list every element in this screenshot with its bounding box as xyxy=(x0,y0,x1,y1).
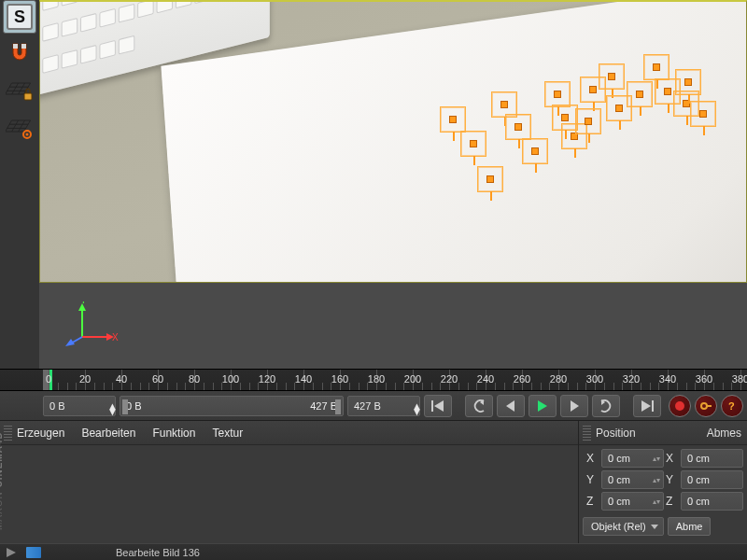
status-message: Bearbeite Bild 136 xyxy=(116,547,200,558)
tool-strip: S xyxy=(0,0,39,369)
range-handle-right[interactable] xyxy=(335,399,341,414)
tracker-marker[interactable] xyxy=(675,69,701,95)
tracker-marker[interactable] xyxy=(690,101,716,127)
scale-tool-label: S xyxy=(7,4,33,30)
ruler-tick-label: 100 xyxy=(222,373,239,385)
prev-frame-button[interactable] xyxy=(497,395,525,417)
ruler-tick-label: 120 xyxy=(259,373,275,385)
frame-range-slider[interactable]: 0 B 427 B xyxy=(120,396,344,416)
status-flag-icon xyxy=(6,547,17,558)
coord-mode-label: Objekt (Rel) xyxy=(591,521,646,532)
ruler-tick-label: 200 xyxy=(404,373,421,385)
menu-texture[interactable]: Textur xyxy=(212,427,243,440)
timeline-ruler[interactable]: 0204060801001201401601802002202402602803… xyxy=(0,369,747,391)
menu-edit[interactable]: Bearbeiten xyxy=(81,427,135,440)
ruler-tick-label: 60 xyxy=(152,373,163,385)
play-button[interactable] xyxy=(529,395,557,417)
tracker-marker[interactable] xyxy=(477,166,503,192)
svg-line-12 xyxy=(19,120,25,132)
object-menu-bar: Erzeugen Bearbeiten Funktion Textur xyxy=(0,421,578,445)
svg-marker-24 xyxy=(434,400,444,412)
scale-tool-button[interactable]: S xyxy=(3,0,36,34)
ruler-tick-label: 0 xyxy=(46,373,51,385)
axis-label-y: Y xyxy=(586,473,599,486)
size-z-field[interactable]: 0 cm xyxy=(681,492,743,511)
svg-text:X: X xyxy=(112,332,119,343)
goto-first-frame-button[interactable] xyxy=(424,395,452,417)
position-y-field[interactable]: 0 cm▴▾ xyxy=(601,470,664,489)
svg-point-33 xyxy=(701,403,707,409)
svg-rect-7 xyxy=(24,93,32,100)
svg-marker-30 xyxy=(641,400,651,412)
svg-line-5 xyxy=(12,83,19,94)
position-x-value: 0 cm xyxy=(608,453,630,464)
key-icon xyxy=(699,399,712,413)
transport-bar: 0 B▲▼ 0 B 427 B 427 B▲▼ ? xyxy=(0,391,747,421)
viewport[interactable] xyxy=(39,0,747,283)
panel-grip-icon[interactable] xyxy=(583,426,591,441)
coordinates-header: Position Abmes xyxy=(579,421,747,445)
size-mode-label: Abme xyxy=(676,521,703,532)
size-axis-label-z: Z xyxy=(666,495,679,508)
position-z-field[interactable]: 0 cm▴▾ xyxy=(601,492,664,511)
svg-marker-36 xyxy=(7,548,16,557)
size-mode-button[interactable]: Abme xyxy=(668,517,712,536)
range-left-label: 0 B xyxy=(126,400,142,412)
menu-function[interactable]: Funktion xyxy=(152,427,195,440)
ruler-tick-label: 340 xyxy=(659,373,676,385)
frame-start-value: 0 B xyxy=(49,400,65,412)
workplane-snap-button[interactable] xyxy=(3,112,36,146)
range-handle-left[interactable] xyxy=(122,399,128,414)
ruler-tick-label: 280 xyxy=(550,373,567,385)
menu-create[interactable]: Erzeugen xyxy=(17,427,64,440)
object-panel-body[interactable] xyxy=(0,445,578,543)
svg-text:?: ? xyxy=(728,400,735,412)
tracker-marker[interactable] xyxy=(460,131,486,157)
svg-marker-27 xyxy=(538,400,547,412)
tracker-marker[interactable] xyxy=(440,106,466,133)
workplane-lock-button[interactable] xyxy=(3,75,36,108)
svg-point-14 xyxy=(26,133,29,136)
size-x-field[interactable]: 0 cm xyxy=(681,449,743,468)
step-back-button[interactable] xyxy=(465,395,493,417)
tracker-marker[interactable] xyxy=(575,108,601,134)
svg-line-11 xyxy=(12,120,19,132)
svg-line-6 xyxy=(19,83,25,94)
record-key-button[interactable] xyxy=(669,395,691,417)
position-x-field[interactable]: 0 cm▴▾ xyxy=(601,449,664,468)
status-chip xyxy=(26,547,41,558)
record-icon xyxy=(673,399,686,413)
tracker-marker[interactable] xyxy=(544,81,571,107)
ruler-tick-label: 220 xyxy=(441,373,458,385)
axis-label-z: Z xyxy=(586,495,599,508)
axis-gizmo: Y X xyxy=(65,301,121,348)
snap-magnet-button[interactable] xyxy=(3,37,36,71)
tracker-marker[interactable] xyxy=(643,54,669,80)
ruler-tick-label: 380 xyxy=(732,373,747,385)
ruler-tick-label: 360 xyxy=(696,373,712,385)
next-frame-button[interactable] xyxy=(560,395,588,417)
svg-marker-28 xyxy=(571,400,579,412)
goto-last-frame-button[interactable] xyxy=(633,395,661,417)
svg-marker-26 xyxy=(506,400,514,412)
svg-point-32 xyxy=(675,401,684,411)
ruler-tick-label: 40 xyxy=(116,373,127,385)
ruler-tick-label: 140 xyxy=(295,373,312,385)
tracker-marker[interactable] xyxy=(522,138,548,164)
ruler-tick-label: 260 xyxy=(514,373,530,385)
size-y-field[interactable]: 0 cm xyxy=(681,470,743,489)
frame-start-field[interactable]: 0 B▲▼ xyxy=(43,396,116,416)
svg-rect-0 xyxy=(13,44,18,49)
tracker-marker[interactable] xyxy=(599,63,625,90)
help-button[interactable]: ? xyxy=(721,395,743,417)
frame-end-field[interactable]: 427 B▲▼ xyxy=(347,396,420,416)
step-forward-button[interactable] xyxy=(592,395,620,417)
axis-label-x: X xyxy=(586,452,599,465)
tracker-marker[interactable] xyxy=(505,114,531,140)
svg-text:Y: Y xyxy=(80,301,87,305)
size-z-value: 0 cm xyxy=(687,496,710,507)
panel-grip-icon[interactable] xyxy=(4,426,12,441)
coord-mode-dropdown[interactable]: Objekt (Rel) xyxy=(583,517,664,536)
tracker-marker[interactable] xyxy=(627,81,653,107)
autokey-button[interactable] xyxy=(695,395,717,417)
